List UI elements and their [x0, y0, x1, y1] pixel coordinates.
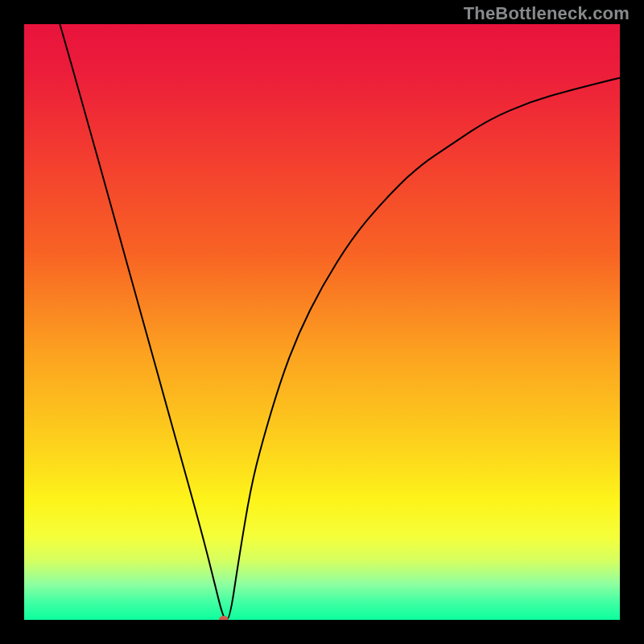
bottleneck-curve	[24, 24, 620, 620]
plot-area	[24, 24, 620, 620]
chart-frame: TheBottleneck.com	[0, 0, 644, 644]
watermark-text: TheBottleneck.com	[464, 3, 630, 24]
curve-path	[60, 24, 620, 620]
minimum-marker-icon	[219, 616, 229, 620]
